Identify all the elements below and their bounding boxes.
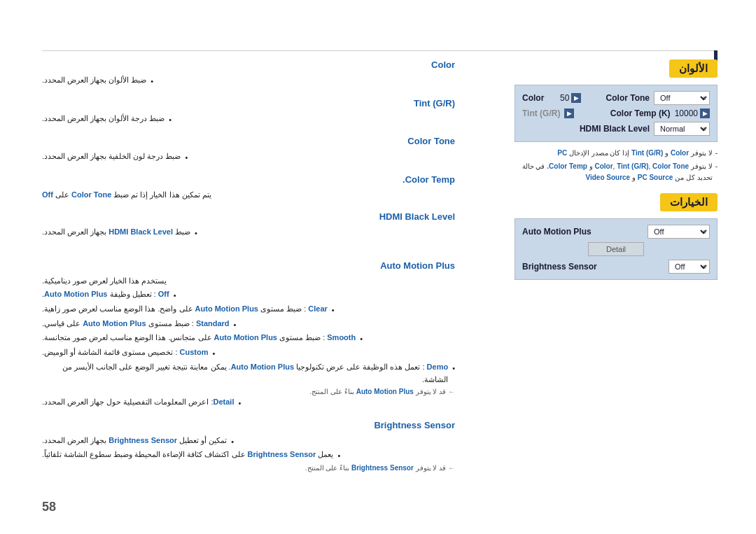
options-badge: الخيارات (660, 193, 718, 211)
bs-bullet-1: • تمكين أو تعطيل Brightness Sensor بجهاز… (42, 434, 455, 449)
color-value: 50 (548, 93, 569, 103)
top-divider (42, 50, 714, 51)
detail-btn-row: Detail (522, 242, 710, 256)
amp-section-title: Auto Motion Plus (42, 260, 455, 271)
amp-intro: يستخدم هذا الخيار لعرض صور ديناميكية. (42, 274, 455, 288)
auto-motion-select[interactable]: Off Clear Standard Smooth Custom Demo (648, 225, 710, 239)
note-1-text: لا يتوفر Color و Tint (G/R) إذا كان مصدر… (557, 148, 712, 159)
brightness-select-wrapper: Off On (668, 260, 710, 274)
brightness-label: Brightness Sensor (522, 262, 597, 272)
note-line-1: - لا يتوفر Color و Tint (G/R) إذا كان مص… (514, 148, 718, 159)
options-settings-box: Auto Motion Plus Off Clear Standard Smoo… (514, 218, 718, 280)
color-notes: - لا يتوفر Color و Tint (G/R) إذا كان مص… (514, 148, 718, 183)
color-value-group: 50 ▶ (548, 93, 581, 103)
tint-bullet-1: • ضبط درجة الألوان بجهاز العرض المحدد. (42, 112, 455, 127)
color-section-title: Color (42, 59, 455, 70)
settings-row-3: HDMI Black Level Normal Low (522, 122, 710, 136)
amp-clear: • Clear : ضبط مستوى Auto Motion Plus على… (42, 302, 455, 317)
amp-smooth: • Smooth : ضبط مستوى Auto Motion Plus عل… (42, 331, 455, 346)
amp-custom: • Custom : تخصيص مستوى قائمة الشاشة أو ا… (42, 346, 455, 360)
settings-row-2: Tint (G/R) ▶ Color Temp (K) 10000 ▶ (522, 108, 710, 118)
bs-section-title: Brightness Sensor (42, 420, 455, 430)
hdmi-bullet-1: • ضبط HDMI Black Level بجهاز العرض المحد… (42, 225, 455, 240)
auto-motion-select-wrapper: Off Clear Standard Smooth Custom Demo (648, 225, 710, 239)
detail-button[interactable]: Detail (588, 242, 644, 256)
hdmi-select-wrapper: Normal Low (654, 122, 710, 136)
amp-standard: • Standard : ضبط مستوى Auto Motion Plus … (42, 317, 455, 332)
auto-motion-right: Off Clear Standard Smooth Custom Demo (616, 225, 710, 239)
color-temp-note: يتم تمكين هذا الخيار إذا تم ضبط Color To… (42, 188, 455, 202)
amp-demo: • Demo : تعمل هذه الوظيفة على عرض تكنولو… (42, 360, 455, 386)
tint-label: Tint (G/R) (522, 108, 560, 118)
color-tone-select[interactable]: Off Cool Normal Warm1 Warm2 (654, 91, 710, 105)
color-bullet-1: • ضبط الألوان بجهاز العرض المحدد. (42, 73, 455, 88)
settings-row-1: Color 50 ▶ Color Tone Off Cool Normal Wa… (522, 91, 710, 105)
color-temp-arrow-btn[interactable]: ▶ (700, 108, 710, 118)
color-tone-select-wrapper: Off Cool Normal Warm1 Warm2 (654, 91, 710, 105)
color-temp-section-title: Color Temp. (42, 174, 455, 185)
color-tone-section-title: Color Tone (42, 136, 455, 146)
color-temp-value-group: 10000 ▶ (675, 108, 710, 118)
bs-sub-note: قد لا يتوفر Brightness Sensor بناءً على … (48, 464, 455, 472)
brightness-right: Off On (616, 260, 710, 274)
brightness-select[interactable]: Off On (668, 260, 710, 274)
color-temp-label: Color Temp (K) (610, 108, 671, 118)
amp-sub-note: قد لا يتوفر Auto Motion Plus بناءً على ا… (48, 388, 455, 395)
color-temp-value: 10000 (675, 108, 698, 118)
right-panel: الألوان Color 50 ▶ Color Tone Off (514, 59, 718, 284)
brightness-left: Brightness Sensor (522, 262, 616, 272)
tint-arrow-btn[interactable]: ▶ (564, 108, 574, 118)
hdmi-label: HDMI Black Level (580, 124, 650, 134)
brightness-row: Brightness Sensor Off On (522, 260, 710, 274)
hdmi-select[interactable]: Normal Low (654, 122, 710, 136)
color-temp-right: Color Temp (K) 10000 ▶ (610, 108, 710, 118)
note-2-text: لا يتوفر Color, Tint (G/R), Color Tone و… (514, 161, 713, 183)
page-number: 58 (42, 500, 56, 514)
color-tone-right: Color Tone Off Cool Normal Warm1 Warm2 (606, 91, 710, 105)
tint-value-group: ▶ (564, 108, 574, 118)
tint-setting-left: Tint (G/R) ▶ (522, 108, 610, 118)
color-settings-box: Color 50 ▶ Color Tone Off Cool Normal Wa… (514, 85, 718, 142)
color-setting-left: Color 50 ▶ (522, 93, 606, 103)
amp-detail: • Detail: اعرض المعلومات التفصيلية حول ج… (42, 395, 455, 410)
hdmi-section-title: HDMI Black Level (42, 211, 455, 222)
alwan-badge: الألوان (669, 59, 718, 78)
amp-off: • Off : تعطيل وظيفة Auto Motion Plus. (42, 288, 455, 302)
left-content-area: Color • ضبط الألوان بجهاز العرض المحدد. … (42, 59, 455, 472)
auto-motion-row: Auto Motion Plus Off Clear Standard Smoo… (522, 225, 710, 239)
note-line-2: - لا يتوفر Color, Tint (G/R), Color Tone… (514, 161, 718, 183)
hdmi-right: HDMI Black Level Normal Low (580, 122, 710, 136)
color-arrow-btn[interactable]: ▶ (571, 93, 581, 103)
section-divider-1 (42, 239, 455, 251)
color-tone-label: Color Tone (606, 93, 650, 103)
color-tone-bullet-1: • ضبط درجة لون الخلفية بجهاز العرض المحد… (42, 150, 455, 164)
bs-bullet-2: • يعمل Brightness Sensor على اكتشاف كثاف… (42, 448, 455, 463)
auto-motion-left: Auto Motion Plus (522, 227, 616, 237)
tint-section-title: Tint (G/R) (42, 98, 455, 108)
auto-motion-label: Auto Motion Plus (522, 227, 592, 237)
color-label: Color (522, 93, 544, 103)
